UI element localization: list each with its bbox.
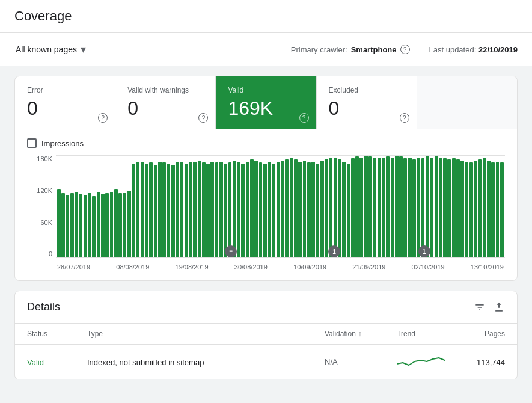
chart-bar — [417, 158, 420, 258]
chart-bar — [320, 161, 324, 257]
chart-bar — [430, 158, 433, 258]
col-header-trend: Trend — [397, 330, 457, 338]
col-header-validation: Validation ↑ — [325, 330, 397, 338]
chart-bar — [487, 161, 491, 257]
chart-bar — [210, 162, 214, 258]
chart-bar — [338, 159, 341, 257]
details-title: Details — [27, 301, 60, 313]
chart-bar — [355, 156, 359, 257]
stat-valid-warnings: Valid with warnings 0 ? — [115, 76, 216, 129]
chart-bar — [421, 158, 425, 257]
chart-bar — [465, 162, 469, 258]
chart-bar — [145, 164, 148, 257]
chart-bar — [386, 156, 390, 257]
x-label-7: 02/10/2019 — [412, 263, 445, 271]
error-help-icon[interactable]: ? — [98, 113, 108, 123]
crawler-info: Primary crawler: Smartphone ? — [291, 45, 410, 54]
valid-help-icon[interactable]: ? — [299, 113, 309, 123]
chevron-down-icon: ▾ — [81, 43, 86, 56]
chart-bar — [70, 193, 74, 258]
chart-bar — [378, 158, 381, 258]
chart-bar — [198, 161, 201, 257]
chart-bar — [426, 156, 429, 257]
chart-bar — [185, 164, 188, 257]
chart-bar — [176, 162, 179, 258]
impressions-label: Impressions — [41, 139, 84, 148]
crawler-name: Smartphone — [351, 45, 397, 54]
chart-bar — [237, 162, 240, 258]
chart-bar — [391, 158, 394, 258]
download-button[interactable] — [493, 301, 505, 313]
x-label-1: 28/07/2019 — [57, 263, 90, 271]
chart-bar — [443, 158, 447, 257]
excluded-help-icon[interactable]: ? — [400, 113, 409, 123]
chart-bar — [162, 162, 166, 257]
chart-bar — [368, 156, 372, 257]
chart-container: 180K 120K 60K 0 — [27, 155, 505, 275]
excluded-label: Excluded — [329, 86, 405, 94]
chart-bar — [456, 159, 460, 257]
stat-valid: Valid 169K ? — [216, 76, 316, 129]
chart-bar — [118, 193, 122, 258]
chart-y-axis: 180K 120K 60K 0 — [27, 155, 56, 257]
row-type: Indexed, not submitted in sitemap — [87, 357, 325, 367]
grid-line-bottom — [56, 257, 505, 258]
chart-bar — [351, 158, 355, 257]
chart-bar — [272, 164, 276, 257]
chart-bar — [496, 162, 500, 258]
chart-bar — [329, 158, 332, 257]
chart-bar — [412, 159, 416, 257]
x-label-6: 21/09/2019 — [352, 263, 385, 271]
chart-bar — [347, 164, 350, 257]
valid-warnings-help-icon[interactable]: ? — [198, 113, 208, 123]
chart-bar — [290, 158, 293, 257]
valid-value: 169K — [228, 98, 304, 119]
col-header-status: Status — [27, 330, 87, 338]
stat-error: Error 0 ? — [15, 76, 115, 129]
chart-bar — [75, 192, 78, 257]
trend-sparkline — [397, 352, 445, 370]
chart-bar — [224, 164, 227, 257]
x-label-8: 13/10/2019 — [471, 263, 504, 271]
chart-bar — [447, 159, 451, 257]
col-header-pages: Pages — [457, 330, 505, 338]
stat-excluded: Excluded 0 ? — [317, 76, 417, 129]
chart-bar — [277, 162, 280, 257]
chart-bar — [285, 159, 289, 257]
chart-bar — [478, 159, 482, 257]
toolbar: All known pages ▾ Primary crawler: Smart… — [0, 33, 532, 66]
page-header: Coverage — [0, 0, 532, 33]
chart-bar — [167, 164, 170, 257]
download-icon — [493, 301, 505, 313]
chart-bar — [219, 162, 223, 258]
chart-bar — [263, 164, 267, 257]
chart-bar — [158, 162, 162, 258]
details-card: Details Status Type — [14, 291, 518, 380]
y-label-120k: 120K — [27, 187, 52, 194]
col-header-type: Type — [87, 330, 325, 338]
chart-bar — [334, 158, 337, 258]
impressions-row: Impressions — [27, 138, 505, 148]
details-actions — [474, 301, 505, 313]
chart-bar — [298, 162, 302, 258]
filter-dropdown[interactable]: All known pages ▾ — [14, 40, 87, 58]
table-row[interactable]: Valid Indexed, not submitted in sitemap … — [15, 345, 517, 380]
chart-bar — [259, 162, 263, 257]
chart-bar — [246, 162, 249, 258]
chart-bar — [88, 193, 91, 258]
chart-bar — [66, 195, 70, 257]
chart-bar — [359, 158, 363, 258]
chart-bar — [474, 161, 477, 257]
chart-bar — [132, 164, 135, 257]
x-label-4: 30/08/2019 — [234, 263, 268, 271]
y-label-0: 0 — [27, 250, 52, 257]
impressions-checkbox[interactable] — [27, 138, 37, 148]
table-header: Status Type Validation ↑ Trend Pages — [15, 324, 517, 345]
chart-bar — [268, 162, 271, 258]
chart-bar — [325, 159, 328, 257]
filter-icon — [474, 301, 486, 313]
crawler-help-icon[interactable]: ? — [400, 45, 410, 54]
filter-icon-button[interactable] — [474, 301, 486, 313]
chart-bar — [254, 161, 258, 257]
filter-label: All known pages — [16, 45, 77, 54]
